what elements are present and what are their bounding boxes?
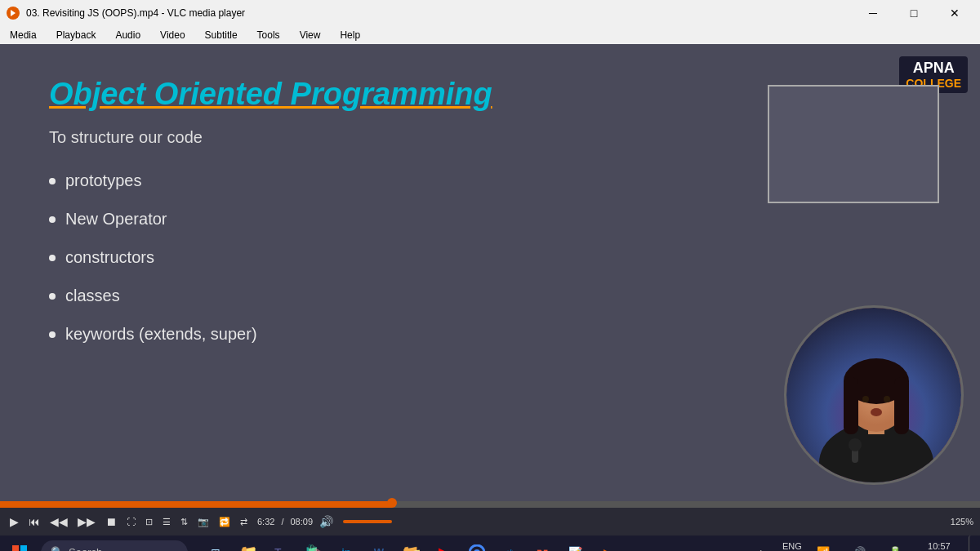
stop-button[interactable]: ⏹ xyxy=(102,513,120,530)
volume-icon[interactable]: 🔊 xyxy=(844,538,874,552)
vscode-icon[interactable]: </> xyxy=(495,538,524,552)
maximize-button[interactable]: □ xyxy=(895,0,933,26)
slide-content: APNA COLLEGE Object Oriented Programming… xyxy=(0,44,980,501)
bullet-text: constructors xyxy=(65,248,154,267)
windows-logo xyxy=(12,545,27,552)
bullet-dot xyxy=(49,178,56,184)
system-tray-expand[interactable]: ∧ xyxy=(746,538,776,552)
controls-bar: ▶ ⏮ ◀◀ ▶▶ ⏹ ⛶ ⊡ ☰ ⇅ 📷 🔁 ⇄ 6:32 / 08:09 🔊… xyxy=(0,501,980,535)
youtube-icon[interactable]: ▶ xyxy=(430,538,459,552)
search-icon: 🔍 xyxy=(51,546,64,551)
clock-display[interactable]: 10:57 06-05-2024 xyxy=(916,540,962,551)
menu-subtitle[interactable]: Subtitle xyxy=(202,28,241,42)
volume-button[interactable]: 🔊 xyxy=(316,513,336,530)
close-button[interactable]: ✕ xyxy=(936,0,973,26)
title-bar-controls: ─ □ ✕ xyxy=(854,0,973,26)
menu-help[interactable]: Help xyxy=(336,28,363,42)
store-icon[interactable]: 🛍️ xyxy=(299,538,328,552)
task-view-button[interactable]: ⊞ xyxy=(201,538,230,552)
battery-icon[interactable]: 🔋 xyxy=(880,538,910,552)
random-button[interactable]: ⇄ xyxy=(237,515,251,529)
bullet-text: prototypes xyxy=(65,171,141,190)
menu-media[interactable]: Media xyxy=(7,28,40,42)
time-total: 08:09 xyxy=(290,517,313,527)
wifi-icon[interactable]: 📶 xyxy=(808,538,838,552)
svg-point-10 xyxy=(871,408,882,416)
lang-line1: ENG xyxy=(782,540,802,551)
taskbar-right: ∧ ENG IN 📶 🔊 🔋 10:57 06-05-2024 xyxy=(740,535,980,551)
chrome-icon[interactable] xyxy=(462,538,492,552)
svg-point-12 xyxy=(849,438,862,451)
apna-text: APNA xyxy=(906,60,961,77)
skip-back-button[interactable]: ⏮ xyxy=(25,513,43,530)
bullet-dot xyxy=(49,331,56,338)
vlc-taskbar-icon[interactable]: ▶ xyxy=(593,538,622,552)
progress-thumb xyxy=(387,498,397,508)
controls-right: 125% xyxy=(951,517,973,527)
svg-point-8 xyxy=(862,396,869,402)
word-icon[interactable]: W xyxy=(364,538,394,552)
playlist-button[interactable]: ☰ xyxy=(159,515,174,529)
extended-button[interactable]: ⇅ xyxy=(177,515,191,529)
bullet-text: classes xyxy=(65,287,120,305)
list-item: New Operator xyxy=(49,210,931,229)
time-current: 6:32 xyxy=(257,517,274,527)
controls-row: ▶ ⏮ ◀◀ ▶▶ ⏹ ⛶ ⊡ ☰ ⇅ 📷 🔁 ⇄ 6:32 / 08:09 🔊… xyxy=(0,508,980,535)
folder-icon[interactable]: 📂 xyxy=(397,538,426,552)
svg-text:T: T xyxy=(274,546,282,552)
svg-rect-7 xyxy=(894,377,909,434)
linkedin-icon[interactable]: in xyxy=(332,538,361,552)
bullet-dot xyxy=(49,255,56,261)
minimize-button[interactable]: ─ xyxy=(854,0,892,26)
teams-icon[interactable]: T xyxy=(266,538,296,552)
bullet-text: New Operator xyxy=(65,210,167,229)
loop-button[interactable]: 🔁 xyxy=(216,515,234,529)
taskbar: 🔍 Search ⊞ 📁 T 🛍️ in W 📂 ▶ </> ⌥ 📝 ▶ xyxy=(0,535,980,551)
snapshot-button[interactable]: 📷 xyxy=(194,515,212,529)
language-indicator: ENG IN xyxy=(782,540,802,551)
window-title: 03. Revisiting JS (OOPS).mp4 - VLC media… xyxy=(26,7,245,19)
volume-slider[interactable] xyxy=(343,520,392,523)
windows-button[interactable] xyxy=(3,535,36,551)
slide-placeholder-box xyxy=(768,85,939,203)
progress-bar[interactable] xyxy=(0,501,980,508)
menu-view[interactable]: View xyxy=(296,28,324,42)
video-area: APNA COLLEGE Object Oriented Programming… xyxy=(0,44,980,501)
clock-time: 10:57 xyxy=(928,540,951,551)
zoom-label: 125% xyxy=(951,517,973,527)
fullscreen-button[interactable]: ⛶ xyxy=(123,515,139,528)
search-label: Search xyxy=(69,546,102,551)
prev-frame-button[interactable]: ◀◀ xyxy=(47,513,71,530)
taskbar-icons: ⊞ 📁 T 🛍️ in W 📂 ▶ </> ⌥ 📝 ▶ xyxy=(201,538,622,552)
webcam-overlay xyxy=(784,305,964,485)
notepad-icon[interactable]: 📝 xyxy=(560,538,590,552)
progress-fill xyxy=(0,501,392,508)
list-item: constructors xyxy=(49,248,931,267)
title-bar-left: 03. Revisiting JS (OOPS).mp4 - VLC media… xyxy=(7,7,245,20)
file-explorer-icon[interactable]: 📁 xyxy=(234,538,263,552)
menu-tools[interactable]: Tools xyxy=(254,28,283,42)
taskbar-left: 🔍 Search xyxy=(0,535,194,551)
search-bar[interactable]: 🔍 Search xyxy=(41,540,188,552)
bullet-dot xyxy=(49,293,56,300)
svg-marker-0 xyxy=(11,10,16,16)
svg-text:</>: </> xyxy=(503,548,517,552)
bullet-dot xyxy=(49,216,56,223)
title-bar: 03. Revisiting JS (OOPS).mp4 - VLC media… xyxy=(0,0,980,26)
time-separator: / xyxy=(281,517,283,527)
webcam-person xyxy=(786,308,961,482)
bullet-text: keywords (extends, super) xyxy=(65,325,257,344)
next-frame-button[interactable]: ▶▶ xyxy=(74,513,99,530)
vlc-icon xyxy=(7,7,20,20)
show-desktop-button[interactable] xyxy=(969,535,973,551)
play-button[interactable]: ▶ xyxy=(7,513,22,530)
menu-video[interactable]: Video xyxy=(157,28,188,42)
svg-point-9 xyxy=(884,396,890,402)
menu-playback[interactable]: Playback xyxy=(53,28,100,42)
menu-bar: Media Playback Audio Video Subtitle Tool… xyxy=(0,26,980,44)
compact-button[interactable]: ⊡ xyxy=(142,515,156,529)
git-icon[interactable]: ⌥ xyxy=(528,538,557,552)
svg-rect-6 xyxy=(844,377,858,434)
menu-audio[interactable]: Audio xyxy=(112,28,144,42)
list-item: classes xyxy=(49,287,931,305)
